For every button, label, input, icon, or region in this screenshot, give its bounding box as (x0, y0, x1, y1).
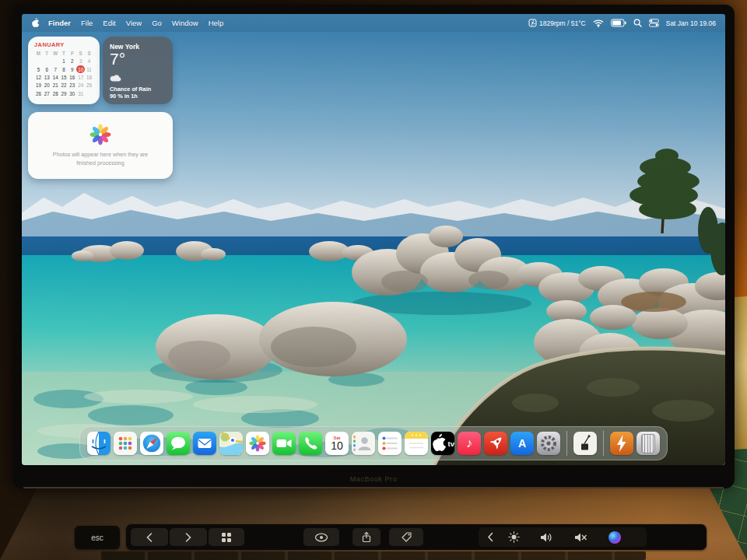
touchbar-tags-button[interactable] (389, 528, 423, 546)
photos-placeholder-message: Photos will appear here when they are fi… (44, 151, 157, 168)
photos-flower-icon (89, 123, 112, 146)
calendar-date: 30 (68, 89, 76, 97)
calendar-date: 6 (43, 65, 51, 73)
speaker-mute-icon (574, 532, 587, 543)
fan-icon (528, 19, 537, 27)
menu-item[interactable]: Finder (48, 19, 71, 27)
menu-item[interactable]: File (81, 19, 93, 27)
photos-widget[interactable]: Photos will appear here when they are fi… (28, 112, 173, 179)
chevron-right-icon (184, 532, 193, 543)
dock-separator (603, 431, 604, 456)
calendar-day-header: W (51, 50, 60, 58)
calendar-date: 24 (76, 82, 85, 89)
calendar-date: 21 (51, 82, 60, 89)
touchbar-forward-button[interactable] (170, 528, 207, 546)
music-icon[interactable]: ♪ (458, 432, 481, 455)
touchbar-quicklook-button[interactable] (303, 528, 339, 546)
share-icon (361, 531, 372, 543)
menu-item[interactable]: Edit (103, 19, 115, 27)
apple-menu-icon[interactable] (31, 18, 40, 28)
esc-label: esc (91, 534, 103, 542)
eye-icon (314, 533, 328, 542)
mail-icon[interactable] (193, 432, 216, 455)
rocket-app-icon[interactable] (484, 432, 507, 455)
calendar-date: 17 (76, 73, 85, 81)
calendar-icon-day: 10 (331, 440, 343, 452)
battery-icon[interactable] (611, 19, 626, 27)
reminders-icon[interactable] (378, 432, 402, 455)
notes-icon[interactable] (405, 432, 428, 455)
cloud-icon (110, 75, 121, 82)
calendar-date: 27 (43, 89, 51, 97)
utility-app-icon[interactable] (573, 432, 597, 455)
calendar-dates: 1234567891011121314151617181920212223242… (34, 58, 93, 98)
tv-label: tv (448, 439, 454, 448)
calendar-date: 2 (68, 58, 76, 65)
app-store-icon[interactable]: A (510, 432, 534, 455)
wifi-icon[interactable] (593, 19, 604, 27)
calendar-date: 28 (51, 89, 60, 97)
finder-icon[interactable] (87, 432, 110, 455)
chassis-edge (23, 487, 724, 488)
power-app-icon[interactable] (610, 432, 633, 455)
esc-key[interactable]: esc (75, 526, 120, 549)
facetime-icon[interactable] (272, 432, 296, 455)
fan-control-status[interactable]: 1829rpm / 51°C (528, 19, 586, 27)
dock-separator (566, 431, 567, 456)
control-strip-expand-button[interactable] (483, 527, 497, 547)
maps-icon[interactable] (219, 432, 243, 455)
menu-bar: FinderFileEditViewGoWindowHelp 1829rpm /… (22, 14, 725, 32)
dock: Sat 10 (79, 426, 668, 460)
macbook-display-bezel: FinderFileEditViewGoWindowHelp 1829rpm /… (12, 5, 735, 488)
trash-icon[interactable] (637, 432, 660, 455)
menu-item[interactable]: Help (209, 19, 224, 27)
menu-item[interactable]: View (126, 19, 142, 27)
tag-icon (401, 531, 412, 543)
calendar-date: 14 (51, 73, 60, 81)
weather-detail: 90 % in 1h (110, 93, 166, 100)
calendar-date: 15 (60, 73, 68, 81)
calendar-date: 29 (60, 89, 68, 97)
mute-button[interactable] (566, 527, 595, 547)
control-center-icon[interactable] (649, 19, 659, 27)
touchbar-back-button[interactable] (131, 528, 168, 546)
keyboard-top-row (101, 551, 646, 560)
calendar-date: 9 (68, 65, 76, 73)
brightness-button[interactable] (500, 527, 527, 547)
calendar-date: 12 (34, 73, 43, 81)
calendar-month-label: JANUARY (34, 41, 93, 48)
messages-icon[interactable] (167, 432, 190, 455)
apple-tv-icon[interactable]: tv (431, 432, 454, 455)
calendar-date: 3 (76, 58, 85, 65)
touchbar-share-button[interactable] (352, 528, 381, 546)
spotlight-icon[interactable] (633, 19, 642, 27)
weather-widget[interactable]: New York 7° Chance of Rain 90 % in 1h (103, 37, 173, 104)
calendar-date: 1 (60, 58, 68, 65)
calendar-date (51, 58, 60, 65)
calendar-day-header: F (68, 50, 76, 58)
menu-bar-clock[interactable]: Sat Jan 10 19.06 (666, 19, 716, 27)
menu-items: FinderFileEditViewGoWindowHelp (48, 19, 223, 27)
launchpad-icon[interactable] (114, 432, 137, 455)
calendar-date: 23 (68, 82, 76, 89)
calendar-date (43, 58, 51, 65)
phone-icon[interactable] (299, 432, 322, 455)
calendar-day-header: S (85, 50, 93, 58)
menu-item[interactable]: Window (172, 19, 198, 27)
calendar-widget[interactable]: JANUARY MTWTFSS 123456789101112131415161… (28, 37, 100, 104)
safari-icon[interactable] (140, 432, 163, 455)
speaker-icon (540, 532, 553, 543)
macbook-pro-label: MacBook Pro (12, 475, 735, 483)
touchbar-grid-button[interactable] (209, 528, 244, 546)
menu-item[interactable]: Go (152, 19, 162, 27)
contacts-icon[interactable] (352, 432, 375, 455)
volume-button[interactable] (531, 527, 561, 547)
weather-temperature: 7° (110, 51, 166, 68)
system-preferences-icon[interactable] (537, 432, 560, 455)
calendar-date: 26 (34, 89, 43, 97)
siri-button[interactable] (601, 527, 628, 547)
photos-app-icon[interactable] (246, 432, 269, 455)
appstore-a-glyph: A (518, 437, 526, 450)
calendar-app-icon[interactable]: Sat 10 (325, 432, 349, 455)
fan-stat-text: 1829rpm / 51°C (539, 19, 586, 27)
